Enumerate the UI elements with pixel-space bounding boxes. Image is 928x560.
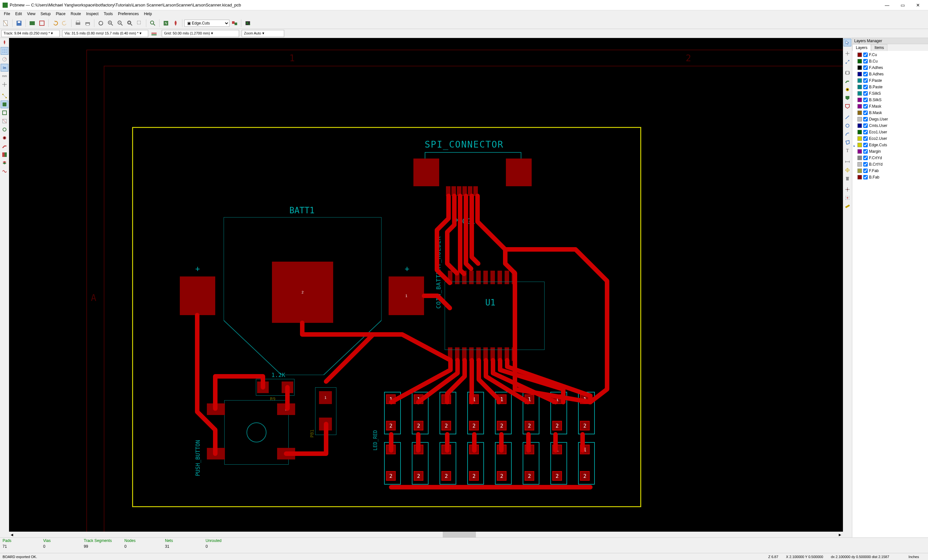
layer-visible-checkbox[interactable]	[863, 91, 868, 96]
tab-layers[interactable]: Layers	[852, 44, 871, 51]
layer-swatch[interactable]	[858, 85, 862, 89]
canvas-h-scrollbar[interactable]: ◀ ▶	[9, 532, 843, 537]
layer-visible-checkbox[interactable]	[863, 59, 868, 64]
layer-row-F-Mask[interactable]: F.Mask	[853, 103, 927, 110]
maximize-button[interactable]: ▭	[895, 0, 910, 10]
zoom-selection-button[interactable]	[135, 19, 144, 28]
layer-pair-button[interactable]	[230, 19, 239, 28]
layer-visible-checkbox[interactable]	[863, 72, 868, 76]
scroll-left-arrow[interactable]: ◀	[9, 532, 15, 537]
netlist-button[interactable]: N	[162, 19, 171, 28]
menu-setup[interactable]: Setup	[38, 11, 53, 17]
layer-swatch[interactable]	[858, 130, 862, 134]
layer-visible-checkbox[interactable]	[863, 85, 868, 89]
find-button[interactable]	[148, 19, 157, 28]
layer-row-Eco2-User[interactable]: Eco2.User	[853, 135, 927, 142]
add-dimension-tool[interactable]	[844, 158, 851, 166]
scroll-thumb[interactable]	[443, 532, 476, 537]
route-track-tool[interactable]	[844, 77, 851, 85]
layer-swatch[interactable]	[858, 110, 862, 115]
layer-swatch[interactable]	[858, 117, 862, 122]
layer-row-Edge-Cuts[interactable]: Edge.Cuts	[853, 142, 927, 148]
layer-visible-checkbox[interactable]	[863, 66, 868, 70]
layer-swatch[interactable]	[858, 98, 862, 102]
layer-swatch[interactable]	[858, 124, 862, 128]
layer-row-F-Adhes[interactable]: F.Adhes	[853, 64, 927, 71]
grid-button[interactable]	[1, 47, 8, 55]
measure-tool[interactable]	[844, 202, 851, 210]
layer-swatch[interactable]	[858, 168, 862, 173]
add-zone-tool[interactable]	[844, 94, 851, 102]
tab-items[interactable]: Items	[871, 44, 887, 51]
layer-swatch[interactable]	[858, 162, 862, 166]
high-contrast-button[interactable]	[1, 151, 8, 159]
layer-row-F-SilkS[interactable]: F.SilkS	[853, 90, 927, 97]
units-inch-button[interactable]: in	[1, 64, 8, 72]
add-target-tool[interactable]	[844, 166, 851, 174]
pads-sketch-button[interactable]	[1, 126, 8, 133]
layer-visible-checkbox[interactable]	[863, 175, 868, 180]
layer-row-F-Cu[interactable]: F.Cu	[853, 52, 927, 58]
layer-row-Eco1-User[interactable]: Eco1.User	[853, 129, 927, 135]
layer-row-F-Paste[interactable]: F.Paste	[853, 77, 927, 84]
zoom-fit-button[interactable]	[125, 19, 134, 28]
draw-polygon-tool[interactable]	[844, 139, 851, 146]
pcb-canvas[interactable]: 1 2 A SPI_CONNECTOR PROG1 BATT1	[9, 38, 843, 532]
add-keepout-tool[interactable]	[844, 102, 851, 110]
menu-view[interactable]: View	[24, 11, 38, 17]
layer-swatch[interactable]	[858, 78, 862, 83]
layer-visible-checkbox[interactable]	[863, 110, 868, 115]
save-button[interactable]	[14, 19, 23, 28]
drc-off-button[interactable]	[1, 39, 8, 46]
show-zones-disabled-button[interactable]	[1, 117, 8, 125]
layer-visible-checkbox[interactable]	[863, 168, 868, 173]
layer-swatch[interactable]	[858, 156, 862, 160]
redo-button[interactable]	[60, 19, 69, 28]
close-button[interactable]: ✕	[911, 0, 925, 10]
layer-visible-checkbox[interactable]	[863, 124, 868, 128]
menu-inspect[interactable]: Inspect	[84, 11, 101, 17]
cursor-shape-button[interactable]	[1, 81, 8, 88]
scroll-right-arrow[interactable]: ▶	[837, 532, 843, 537]
layer-visible-checkbox[interactable]	[863, 78, 868, 83]
track-width-select[interactable]: Track: 9.84 mils (0.250 mm) * ▾	[1, 30, 60, 37]
layer-visible-checkbox[interactable]	[863, 98, 868, 102]
menu-preferences[interactable]: Preferences	[115, 11, 142, 17]
board-setup-button[interactable]	[28, 19, 37, 28]
layer-visible-checkbox[interactable]	[863, 136, 868, 141]
plot-button[interactable]	[83, 19, 92, 28]
zoom-select[interactable]: Zoom Auto ▾	[242, 30, 284, 37]
units-mm-button[interactable]: mm	[1, 72, 8, 80]
drc-button[interactable]	[171, 19, 180, 28]
layer-swatch[interactable]	[858, 175, 862, 180]
undo-button[interactable]	[50, 19, 60, 28]
zoom-in-button[interactable]	[106, 19, 115, 28]
layer-visible-checkbox[interactable]	[863, 130, 868, 134]
highlight-net-tool[interactable]	[844, 50, 851, 57]
show-zone-outlines-button[interactable]	[1, 109, 8, 117]
layer-row-B-Paste[interactable]: B.Paste	[853, 84, 927, 90]
print-button[interactable]	[73, 19, 82, 28]
show-filled-zones-button[interactable]	[1, 101, 8, 108]
layer-row-B-Adhes[interactable]: B.Adhes	[853, 71, 927, 77]
minimize-button[interactable]: —	[880, 0, 894, 10]
layer-row-B-Fab[interactable]: B.Fab	[853, 174, 927, 180]
menu-edit[interactable]: Edit	[12, 11, 24, 17]
polar-coords-button[interactable]	[1, 55, 8, 63]
layer-swatch[interactable]	[858, 59, 862, 64]
menu-file[interactable]: File	[1, 11, 12, 17]
layer-row-F-Fab[interactable]: F.Fab	[853, 168, 927, 174]
layer-list[interactable]: F.CuB.CuF.AdhesB.AdhesF.PasteB.PasteF.Si…	[852, 51, 928, 537]
layer-swatch[interactable]	[858, 143, 862, 147]
add-footprint-tool[interactable]	[844, 69, 851, 77]
layer-row-B-Cu[interactable]: B.Cu	[853, 58, 927, 64]
layer-row-F-CrtYd[interactable]: F.CrtYd	[853, 155, 927, 161]
display-local-ratsnest-tool[interactable]	[844, 58, 851, 66]
layer-row-Margin[interactable]: Margin	[853, 148, 927, 155]
menu-tools[interactable]: Tools	[101, 11, 115, 17]
layers-button[interactable]	[1, 159, 8, 167]
layer-row-B-CrtYd[interactable]: B.CrtYd	[853, 161, 927, 168]
layer-swatch[interactable]	[858, 52, 862, 57]
draw-arc-tool[interactable]	[844, 130, 851, 138]
draw-circle-tool[interactable]	[844, 122, 851, 130]
